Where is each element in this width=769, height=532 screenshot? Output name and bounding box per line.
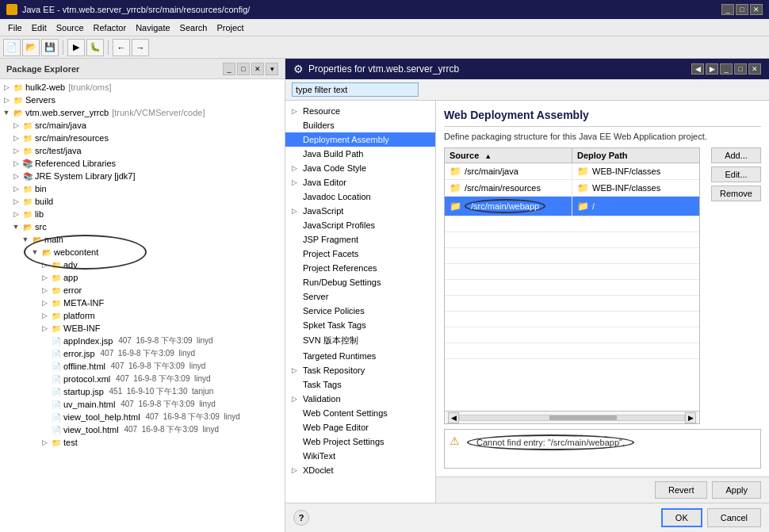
- menu-search[interactable]: Search: [175, 21, 212, 34]
- nav-item-java-code-style[interactable]: ▷ Java Code Style: [285, 161, 435, 175]
- tree-item-web-inf[interactable]: ▷ 📁 WEB-INF: [0, 322, 285, 335]
- nav-item-javascript[interactable]: ▷ JavaScript: [285, 204, 435, 218]
- tree-item-error[interactable]: ▷ 📁 error: [0, 284, 285, 297]
- tree-item-protocol-xml[interactable]: ▷ 📄 protocol.xml 407 16-9-8 下午3:09 linyd: [0, 373, 285, 385]
- toolbar-debug-btn[interactable]: 🐛: [86, 39, 104, 56]
- apply-button[interactable]: Apply: [712, 481, 761, 499]
- dialog-maximize[interactable]: □: [734, 63, 747, 75]
- nav-item-resource[interactable]: ▷ Resource: [285, 104, 435, 118]
- menu-navigate[interactable]: Navigate: [131, 21, 174, 34]
- nav-item-jsp-fragment[interactable]: ▷ JSP Fragment: [285, 232, 435, 247]
- tree-item-bin[interactable]: ▷ 📁 bin: [0, 182, 285, 195]
- assembly-row-2[interactable]: 📁 /src/main/resources 📁 WEB-INF/classes: [445, 180, 699, 197]
- tree-item-uv-main-html[interactable]: ▷ 📄 uv_main.html 407 16-9-8 下午3:09 linyd: [0, 398, 285, 411]
- h-scrollbar[interactable]: ◀ ▶: [445, 411, 699, 423]
- tree-item-offline-html[interactable]: ▷ 📄 offline.html 407 16-9-8 下午3:09 linyd: [0, 360, 285, 373]
- nav-item-service-policies[interactable]: ▷ Service Policies: [285, 304, 435, 318]
- nav-item-java-editor[interactable]: ▷ Java Editor: [285, 175, 435, 189]
- dialog-nav-fwd[interactable]: ▶: [706, 63, 718, 75]
- menu-refactor[interactable]: Refactor: [89, 21, 132, 34]
- tree-item-servers[interactable]: ▷ 📁 Servers: [0, 94, 285, 106]
- tree-item-lib[interactable]: ▷ 📁 lib: [0, 208, 285, 220]
- nav-item-web-page-editor[interactable]: ▷ Web Page Editor: [285, 420, 435, 434]
- title-bar-controls[interactable]: _ □ ✕: [721, 4, 763, 15]
- nav-item-validation[interactable]: ▷ Validation: [285, 392, 435, 406]
- close-button[interactable]: ✕: [750, 4, 763, 15]
- scrollbar-track[interactable]: [459, 415, 685, 421]
- panel-minimize-btn[interactable]: _: [223, 63, 235, 75]
- cancel-button[interactable]: Cancel: [707, 508, 761, 527]
- tree-item-appindex-jsp[interactable]: ▷ 📄 appIndex.jsp 407 16-9-8 下午3:09 linyd: [0, 335, 285, 347]
- tree-item-webcontent[interactable]: ▼ 📂 webcontent: [0, 246, 285, 258]
- panel-maximize-btn[interactable]: □: [237, 63, 250, 75]
- nav-item-project-references[interactable]: ▷ Project References: [285, 261, 435, 275]
- dialog-minimize[interactable]: _: [720, 63, 733, 75]
- toolbar-forward-btn[interactable]: →: [132, 39, 149, 56]
- toolbar-open-btn[interactable]: 📂: [22, 39, 40, 56]
- maximize-button[interactable]: □: [736, 4, 748, 15]
- ok-button[interactable]: OK: [661, 508, 702, 527]
- revert-button[interactable]: Revert: [655, 481, 707, 499]
- nav-item-web-project-settings[interactable]: ▷ Web Project Settings: [285, 434, 435, 449]
- nav-item-task-tags[interactable]: ▷ Task Tags: [285, 377, 435, 392]
- nav-item-java-build-path[interactable]: ▷ Java Build Path: [285, 147, 435, 161]
- tree-item-adv[interactable]: ▷ 📁 adv: [0, 258, 285, 271]
- folder-icon-row3: 📁: [450, 201, 461, 212]
- panel-menu-btn[interactable]: ▾: [266, 63, 278, 75]
- tree-item-platform[interactable]: ▷ 📁 platform: [0, 309, 285, 322]
- edit-button[interactable]: Edit...: [711, 166, 761, 182]
- tree-item-src[interactable]: ▼ 📂 src: [0, 220, 285, 233]
- nav-item-run-debug[interactable]: ▷ Run/Debug Settings: [285, 275, 435, 289]
- tree-item-src-main-resources[interactable]: ▷ 📁 src/main/resources: [0, 132, 285, 144]
- nav-item-javascript-profiles[interactable]: ▷ JavaScript Profiles: [285, 218, 435, 232]
- tree-item-referenced-libraries[interactable]: ▷ 📚 Referenced Libraries: [0, 157, 285, 170]
- nav-item-javadoc[interactable]: ▷ Javadoc Location: [285, 189, 435, 204]
- toolbar-save-btn[interactable]: 💾: [41, 39, 59, 56]
- nav-item-svn[interactable]: ▷ SVN 版本控制: [285, 332, 435, 349]
- add-button[interactable]: Add...: [711, 147, 761, 163]
- tree-item-view-tool[interactable]: ▷ 📄 view_tool.html 407 16-9-8 下午3:09 lin…: [0, 423, 285, 436]
- dialog-close[interactable]: ✕: [748, 63, 761, 75]
- assembly-row-3[interactable]: 📁 /src/main/webapp 📁 /: [445, 197, 699, 216]
- tree-item-test[interactable]: ▷ 📁 test: [0, 436, 285, 449]
- minimize-button[interactable]: _: [721, 4, 734, 15]
- nav-item-task-repo[interactable]: ▷ Task Repository: [285, 363, 435, 377]
- nav-item-wikitext[interactable]: ▷ WikiText: [285, 449, 435, 463]
- toolbar-back-btn[interactable]: ←: [113, 39, 130, 56]
- tree-item-src-test-java[interactable]: ▷ 📁 src/test/java: [0, 144, 285, 157]
- tree-item-src-main-java[interactable]: ▷ 📁 src/main/java: [0, 119, 285, 132]
- nav-item-xdoclet[interactable]: ▷ XDoclet: [285, 463, 435, 477]
- toolbar-run-btn[interactable]: ▶: [67, 39, 85, 56]
- nav-item-web-content[interactable]: ▷ Web Content Settings: [285, 406, 435, 420]
- tree-item-main[interactable]: ▼ 📂 main: [0, 233, 285, 246]
- nav-item-deployment-assembly[interactable]: ▷ Deployment Assembly: [285, 132, 435, 147]
- remove-button[interactable]: Remove: [711, 186, 761, 201]
- nav-item-builders[interactable]: ▷ Builders: [285, 118, 435, 132]
- menu-edit[interactable]: Edit: [27, 21, 52, 34]
- tree-item-hulk2-web[interactable]: ▷ 📁 hulk2-web [trunk/oms]: [0, 81, 285, 94]
- tree-item-build[interactable]: ▷ 📁 build: [0, 195, 285, 208]
- nav-item-targeted[interactable]: ▷ Targeted Runtimes: [285, 349, 435, 363]
- scroll-left-btn[interactable]: ◀: [448, 412, 459, 423]
- tree-item-startup-jsp[interactable]: ▷ 📄 startup.jsp 451 16-9-10 下午1:30 tanju…: [0, 385, 285, 398]
- tree-item-meta-inf[interactable]: ▷ 📁 META-INF: [0, 297, 285, 309]
- scrollbar-thumb[interactable]: [549, 415, 617, 420]
- tree-item-app[interactable]: ▷ 📁 app: [0, 271, 285, 284]
- filter-input[interactable]: [292, 82, 419, 97]
- menu-project[interactable]: Project: [212, 21, 248, 34]
- tree-item-view-tool-help[interactable]: ▷ 📄 view_tool_help.html 407 16-9-8 下午3:0…: [0, 411, 285, 423]
- dialog-nav-back[interactable]: ◀: [691, 63, 704, 75]
- panel-close-btn[interactable]: ✕: [251, 63, 264, 75]
- scroll-right-btn[interactable]: ▶: [685, 412, 696, 423]
- nav-item-spket[interactable]: ▷ Spket Task Tags: [285, 318, 435, 332]
- tree-item-jre[interactable]: ▷ 📚 JRE System Library [jdk7]: [0, 170, 285, 182]
- assembly-row-1[interactable]: 📁 /src/main/java 📁 WEB-INF/classes: [445, 163, 699, 180]
- toolbar-new-btn[interactable]: 📄: [3, 39, 21, 56]
- nav-item-project-facets[interactable]: ▷ Project Facets: [285, 247, 435, 261]
- help-button[interactable]: ?: [293, 510, 309, 526]
- nav-item-server[interactable]: ▷ Server: [285, 289, 435, 304]
- menu-source[interactable]: Source: [52, 21, 89, 34]
- tree-item-error-jsp[interactable]: ▷ 📄 error.jsp 407 16-9-8 下午3:09 linyd: [0, 347, 285, 360]
- tree-item-vtm-project[interactable]: ▼ 📂 vtm.web.server_yrrcb [trunk/VCMServe…: [0, 106, 285, 119]
- menu-file[interactable]: File: [3, 21, 27, 34]
